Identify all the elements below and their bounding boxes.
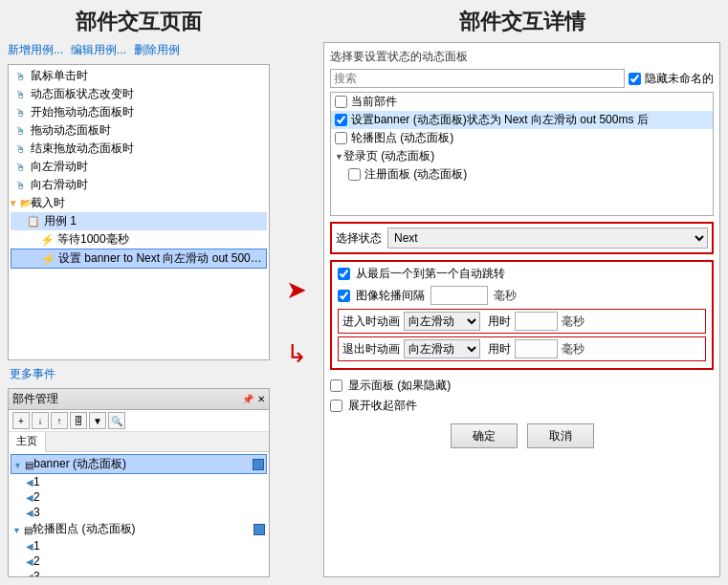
cm-delete-button[interactable]: ↓ bbox=[32, 412, 49, 429]
cm-item-c5[interactable]: ▼ ▤ 轮播图点 (动态面板) bbox=[11, 520, 267, 538]
event-item-e9[interactable]: 📋用例 1 bbox=[11, 212, 267, 230]
event-label-e2: 动态面板状态改变时 bbox=[31, 86, 134, 102]
panel-label-p4: 登录页 (动态面板) bbox=[343, 148, 434, 164]
arrows-container: ➤ ↰ bbox=[277, 0, 316, 585]
cm-add-button[interactable]: + bbox=[12, 412, 30, 429]
cm-filter-button[interactable]: 🗄 bbox=[70, 412, 87, 429]
event-item-e8[interactable]: ▼ 📂截入时 bbox=[11, 194, 267, 212]
add-case-link[interactable]: 新增用例... bbox=[8, 42, 63, 58]
panel-icon: 🖱 bbox=[12, 178, 28, 193]
event-label-e1: 鼠标单击时 bbox=[31, 68, 88, 84]
expand-row: 展开收起部件 bbox=[330, 398, 714, 414]
panel-label-p2: 设置banner (动态面板)状态为 Next 向左滑动 out 500ms 后 bbox=[351, 112, 649, 128]
cm-filter2-button[interactable]: ▼ bbox=[89, 412, 106, 429]
event-item-e1[interactable]: 🖱鼠标单击时 bbox=[11, 67, 267, 85]
event-label-e8: 截入时 bbox=[31, 195, 65, 211]
exit-duration-label: 用时 bbox=[488, 341, 511, 358]
event-item-e6[interactable]: 🖱向左滑动时 bbox=[11, 158, 267, 176]
arrow-left-icon: ↰ bbox=[286, 340, 307, 365]
state-label: 选择状态 bbox=[336, 230, 382, 247]
cm-close-icon[interactable]: ✕ bbox=[257, 394, 265, 404]
cm-item-c3[interactable]: ◀ 2 bbox=[11, 489, 267, 505]
auto-loop-checkbox[interactable] bbox=[338, 268, 350, 280]
expand-checkbox[interactable] bbox=[330, 400, 342, 412]
event-item-e10[interactable]: ⚡等待1000毫秒 bbox=[11, 230, 267, 249]
enter-anim-select[interactable]: 向左滑动 向右滑动 淡入淡出 无 bbox=[404, 312, 480, 331]
cm-label-c3: 2 bbox=[33, 490, 265, 504]
cm-item-c4[interactable]: ◀ 3 bbox=[11, 505, 267, 520]
exit-anim-select[interactable]: 向左滑动 向右滑动 淡入淡出 无 bbox=[404, 339, 480, 358]
show-panel-checkbox[interactable] bbox=[330, 379, 342, 392]
panel-label-p3: 轮播图点 (动态面板) bbox=[351, 130, 453, 146]
panel-checkbox-p5[interactable] bbox=[348, 168, 361, 181]
edit-case-link[interactable]: 编辑用例... bbox=[71, 42, 126, 58]
event-item-e4[interactable]: 🖱拖动动态面板时 bbox=[11, 121, 267, 140]
event-item-e11[interactable]: ⚡设置 banner to Next 向左滑动 out 500ms 向左滑 bbox=[11, 249, 267, 269]
panel-checkbox-p3[interactable] bbox=[335, 132, 347, 144]
panel-item-p1[interactable]: 当前部件 bbox=[331, 93, 713, 111]
right-content: 选择要设置状态的动态面板 隐藏未命名的 当前部件设置banner (动态面板)状… bbox=[323, 42, 720, 577]
delete-case-link[interactable]: 删除用例 bbox=[134, 42, 180, 58]
panel-checkbox-p1[interactable] bbox=[335, 96, 347, 108]
exit-duration-input[interactable]: 500 bbox=[515, 339, 558, 358]
cm-pin-icon[interactable]: 📌 bbox=[242, 394, 254, 404]
image-interval-row: 图像轮播间隔 2500 毫秒 bbox=[338, 286, 706, 305]
cm-item-c1[interactable]: ▼ ▤ banner (动态面板) bbox=[11, 454, 267, 474]
confirm-button[interactable]: 确定 bbox=[451, 423, 518, 448]
cm-visibility-c1[interactable] bbox=[253, 459, 264, 470]
event-item-e3[interactable]: 🖱开始拖动动态面板时 bbox=[11, 103, 267, 121]
cm-item-c6[interactable]: ◀ 1 bbox=[11, 538, 267, 553]
event-item-e7[interactable]: 🖱向右滑动时 bbox=[11, 176, 267, 194]
panel-checkbox-p2[interactable] bbox=[335, 114, 347, 126]
event-item-e5[interactable]: 🖱结束拖放动态面板时 bbox=[11, 140, 267, 158]
search-input[interactable] bbox=[330, 69, 625, 88]
cm-up-button[interactable]: ↑ bbox=[51, 412, 68, 429]
footer-buttons: 确定 取消 bbox=[330, 423, 714, 448]
cm-tab-home[interactable]: 主页 bbox=[9, 432, 46, 452]
cm-label-c6: 1 bbox=[33, 539, 265, 552]
lightning-icon: ⚡ bbox=[39, 232, 55, 248]
panel-icon: 🖱 bbox=[12, 87, 28, 102]
arrow-right-icon: ➤ bbox=[286, 277, 307, 302]
right-panel: 部件交互详情 选择要设置状态的动态面板 隐藏未命名的 当前部件设置banner … bbox=[316, 0, 728, 585]
cm-visibility-c5[interactable] bbox=[254, 524, 265, 535]
event-label-e9: 用例 1 bbox=[44, 213, 77, 229]
panel-list: 当前部件设置banner (动态面板)状态为 Next 向左滑动 out 500… bbox=[330, 92, 714, 216]
auto-loop-row: 从最后一个到第一个自动跳转 bbox=[338, 266, 706, 282]
panel-icon: 🖱 bbox=[12, 123, 28, 139]
exit-duration-unit: 毫秒 bbox=[562, 341, 585, 358]
event-label-e7: 向右滑动时 bbox=[31, 177, 88, 193]
panel-item-p5[interactable]: 注册面板 (动态面板) bbox=[331, 165, 713, 184]
exit-anim-label: 退出时动画 bbox=[342, 341, 400, 358]
mouse-icon: 🖱 bbox=[12, 69, 28, 84]
expand-triangle-p4[interactable]: ▼ bbox=[335, 152, 343, 162]
cm-item-c8[interactable]: ◀ 3 bbox=[11, 569, 267, 576]
enter-duration-input[interactable]: 500 bbox=[515, 312, 558, 331]
state-select[interactable]: Next Previous State1 State2 bbox=[387, 228, 708, 249]
search-row: 隐藏未命名的 bbox=[330, 69, 714, 88]
image-interval-input[interactable]: 2500 bbox=[430, 286, 488, 305]
panel-item-p4[interactable]: ▼ 登录页 (动态面板) bbox=[331, 147, 713, 165]
hide-unnamed-checkbox[interactable] bbox=[629, 73, 641, 85]
cm-label-c7: 2 bbox=[33, 554, 265, 568]
state-row: 选择状态 Next Previous State1 State2 bbox=[330, 222, 714, 254]
image-interval-checkbox[interactable] bbox=[338, 290, 350, 302]
enter-duration-unit: 毫秒 bbox=[562, 314, 585, 330]
event-item-e2[interactable]: 🖱动态面板状态改变时 bbox=[11, 85, 267, 103]
event-label-e5: 结束拖放动态面板时 bbox=[31, 141, 134, 157]
cancel-button[interactable]: 取消 bbox=[527, 423, 594, 448]
panel-item-p3[interactable]: 轮播图点 (动态面板) bbox=[331, 129, 713, 147]
panel-icon: 🖱 bbox=[12, 141, 28, 157]
cm-item-c7[interactable]: ◀ 2 bbox=[11, 553, 267, 569]
left-title: 部件交互页面 bbox=[8, 8, 270, 36]
cm-item-c2[interactable]: ◀ 1 bbox=[11, 474, 267, 489]
component-manager: 部件管理 📌 ✕ + ↓ ↑ 🗄 ▼ 🔍 主页 ▼ ▤ banner (动态面板… bbox=[8, 388, 270, 577]
cm-search-button[interactable]: 🔍 bbox=[108, 412, 125, 429]
event-label-e4: 拖动动态面板时 bbox=[31, 122, 111, 139]
cm-label-c4: 3 bbox=[33, 506, 265, 519]
show-panel-label: 显示面板 (如果隐藏) bbox=[348, 378, 451, 394]
image-interval-unit: 毫秒 bbox=[494, 288, 517, 304]
more-events-link[interactable]: 更多事件 bbox=[8, 364, 270, 384]
event-label-e3: 开始拖动动态面板时 bbox=[31, 104, 134, 120]
panel-item-p2[interactable]: 设置banner (动态面板)状态为 Next 向左滑动 out 500ms 后 bbox=[331, 111, 713, 129]
